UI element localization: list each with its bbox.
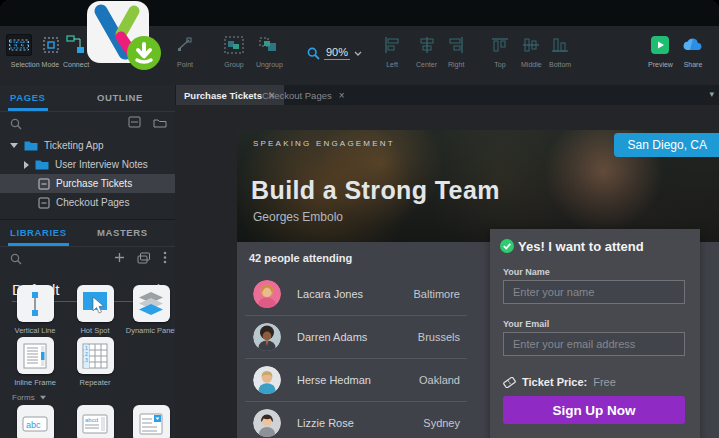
widget-repeater[interactable]: 1 2 3 Repeater (66, 337, 124, 387)
search-icon[interactable] (10, 118, 22, 130)
align-top-icon (491, 34, 509, 56)
share-label: Share (684, 61, 703, 68)
widget-vertical-line[interactable]: Vertical Line (6, 285, 64, 335)
preview-button[interactable]: Preview (648, 34, 673, 68)
text-area-icon: abcd (77, 405, 114, 438)
tab-close-icon[interactable]: × (339, 90, 345, 101)
zoom-value[interactable]: 90% (324, 46, 350, 60)
group-button[interactable]: Group (224, 34, 244, 68)
widget-droplist[interactable] (122, 405, 180, 438)
tree-item-user-interview-notes[interactable]: User Interview Notes (0, 155, 175, 174)
ticket-price-label: Ticket Price: (522, 376, 587, 388)
axure-app-icon (87, 1, 165, 79)
tab-overflow-chevron-icon[interactable]: ▾ (709, 89, 714, 99)
attendee-row[interactable]: Lacara Jones Baltimore (245, 272, 467, 316)
folder-icon (24, 140, 38, 151)
align-center-button[interactable]: Center (416, 34, 437, 68)
align-left-button[interactable]: Left (384, 34, 400, 68)
sign-up-button[interactable]: Sign Up Now (503, 396, 685, 424)
search-icon[interactable] (10, 253, 22, 265)
share-button[interactable]: Share (681, 34, 705, 68)
add-library-icon[interactable] (114, 252, 125, 263)
widget-text-area[interactable]: abcd (66, 405, 124, 438)
tree-item-checkout-pages[interactable]: Checkout Pages (0, 193, 175, 212)
name-input[interactable] (503, 280, 685, 304)
page-icon (38, 197, 50, 209)
point-label: Point (177, 61, 193, 68)
name-field-label: Your Name (503, 267, 550, 277)
email-field-label: Your Email (503, 319, 549, 329)
more-options-kebab-icon[interactable] (163, 251, 167, 264)
libraries-search-row (0, 247, 175, 271)
attendee-row[interactable]: Lizzie Rose Sydney (245, 401, 467, 438)
zoom-chevron-down-icon (354, 51, 362, 56)
axure-app-window: Selection Mode Connect Point (0, 0, 719, 438)
align-middle-label: Middle (521, 61, 542, 68)
align-top-button[interactable]: Top (491, 34, 509, 68)
align-bottom-button[interactable]: Bottom (549, 34, 571, 68)
attendee-row[interactable]: Darren Adams Brussels (245, 315, 467, 359)
avatar (253, 409, 281, 437)
ungroup-button[interactable]: Ungroup (256, 34, 283, 68)
repeater-icon: 1 2 3 (77, 337, 114, 374)
tab-masters[interactable]: MASTERS (97, 220, 148, 246)
align-right-button[interactable]: Right (448, 34, 464, 68)
libraries-panel-tabs: LIBRARIES MASTERS (0, 219, 175, 247)
vertical-line-icon (17, 285, 54, 322)
connect-label: Connect (63, 61, 89, 68)
group-icon (224, 34, 244, 56)
widget-label: Repeater (80, 378, 111, 387)
share-cloud-icon (681, 34, 705, 56)
svg-text:3: 3 (85, 356, 88, 362)
connect-button[interactable]: Connect (63, 34, 89, 68)
selection-mode-button[interactable]: Selection Mode (6, 34, 64, 68)
left-sidebar: PAGES OUTLINE Ticketing App User Intervi… (0, 85, 176, 438)
widget-dynamic-panel[interactable]: Dynamic Panel (122, 285, 180, 335)
attendee-row[interactable]: Herse Hedman Oakland (245, 358, 467, 402)
selection-mode-label: Selection Mode (11, 61, 59, 68)
ungroup-label: Ungroup (256, 61, 283, 68)
inline-frame-icon (17, 337, 54, 374)
prototype-page[interactable]: SPEAKING ENGAGEMENT Build a Strong Team … (237, 130, 719, 438)
caret-right-icon[interactable] (24, 161, 29, 169)
widget-hot-spot[interactable]: Hot Spot (66, 285, 124, 335)
design-canvas[interactable]: SPEAKING ENGAGEMENT Build a Strong Team … (175, 105, 719, 438)
preview-label: Preview (648, 61, 673, 68)
caret-down-icon[interactable] (10, 143, 18, 148)
svg-text:abcd: abcd (85, 417, 98, 423)
tree-item-purchase-tickets[interactable]: Purchase Tickets (0, 174, 175, 193)
align-middle-button[interactable]: Middle (521, 34, 542, 68)
point-button[interactable]: Point (176, 34, 194, 68)
stacked-panels-icon[interactable] (137, 252, 151, 264)
attendee-count: 42 people attending (249, 252, 352, 264)
align-right-label: Right (448, 61, 464, 68)
attendee-city: Sydney (423, 417, 460, 429)
attendee-city: Brussels (418, 331, 460, 343)
dynamic-panel-icon (133, 285, 170, 322)
tab-libraries[interactable]: LIBRARIES (10, 220, 67, 246)
align-middle-icon (522, 34, 540, 56)
tab-outline[interactable]: OUTLINE (97, 85, 143, 111)
zoom-control[interactable]: 90% (307, 46, 362, 60)
selection-contain-icon[interactable] (38, 34, 64, 56)
new-folder-icon[interactable] (153, 117, 167, 128)
tree-item-ticketing-app[interactable]: Ticketing App (0, 136, 175, 155)
widget-inline-frame[interactable]: Inline Frame (6, 337, 64, 387)
align-bottom-label: Bottom (549, 61, 571, 68)
attendee-name: Lacara Jones (297, 288, 363, 300)
align-right-icon (448, 34, 464, 56)
hero-section: SPEAKING ENGAGEMENT Build a Strong Team … (237, 130, 719, 242)
widget-label: Vertical Line (15, 326, 56, 335)
hero-speaker-name: Georges Embolo (253, 210, 343, 224)
selection-intersect-icon[interactable] (6, 34, 32, 56)
tab-pages[interactable]: PAGES (10, 85, 46, 111)
widget-text-field[interactable]: abc (6, 405, 64, 438)
tab-checkout-pages[interactable]: Checkout Pages × (253, 85, 354, 105)
tree-item-label: User Interview Notes (55, 159, 148, 170)
new-page-icon[interactable] (128, 116, 141, 128)
tree-item-label: Ticketing App (44, 140, 104, 151)
email-input[interactable] (503, 332, 685, 356)
ticket-price-value: Free (593, 376, 616, 388)
forms-section-header[interactable]: Forms (12, 393, 47, 402)
text-field-icon: abc (17, 405, 54, 438)
